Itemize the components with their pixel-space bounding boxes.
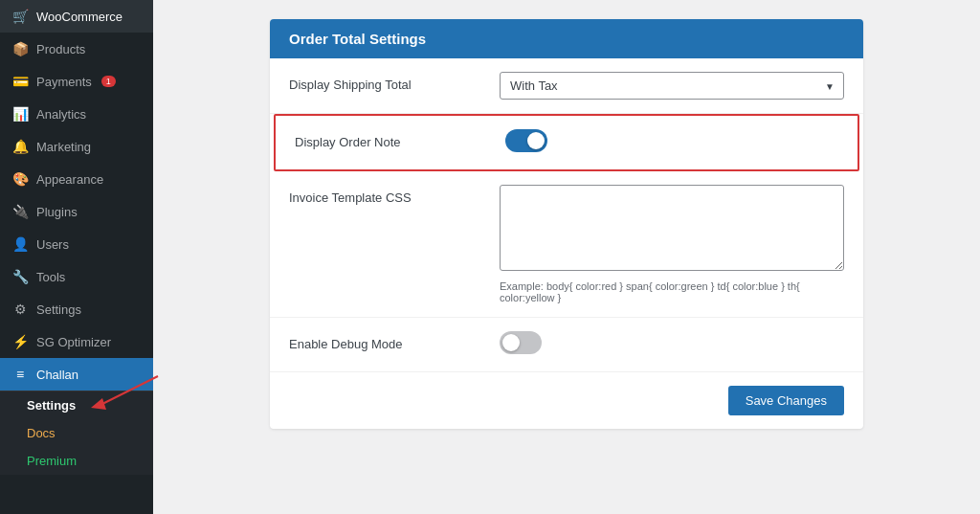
sidebar-item-tools[interactable]: 🔧 Tools — [0, 260, 153, 293]
save-changes-button[interactable]: Save Changes — [728, 386, 844, 415]
shipping-total-row: Display Shipping Total With Tax Without … — [270, 58, 863, 114]
sidebar-item-challan[interactable]: ≡ Challan — [0, 358, 153, 391]
tools-icon: 🔧 — [11, 268, 29, 285]
sidebar-item-appearance[interactable]: 🎨 Appearance — [0, 163, 153, 195]
sidebar: 🛒 WooCommerce 📦 Products 💳 Payments 1 📊 … — [0, 0, 153, 514]
invoice-css-control: Example: body{ color:red } span{ color:g… — [500, 185, 844, 303]
sidebar-label-appearance: Appearance — [36, 172, 103, 187]
sidebar-item-plugins[interactable]: 🔌 Plugins — [0, 195, 153, 228]
panel-body: Display Shipping Total With Tax Without … — [270, 58, 863, 429]
appearance-icon: 🎨 — [11, 170, 29, 188]
challan-docs-label: Docs — [27, 426, 56, 440]
challan-premium-item[interactable]: Premium — [0, 447, 153, 475]
panel-title: Order Total Settings — [289, 31, 426, 47]
debug-mode-control — [500, 331, 844, 358]
shipping-total-control: With Tax Without Tax Both — [500, 72, 844, 100]
save-btn-row: Save Changes — [270, 372, 863, 429]
challan-icon: ≡ — [11, 366, 29, 383]
debug-mode-row: Enable Debug Mode — [270, 318, 863, 372]
sidebar-label-payments: Payments — [36, 75, 92, 89]
main-content: Order Total Settings Display Shipping To… — [153, 0, 980, 514]
invoice-css-example: Example: body{ color:red } span{ color:g… — [500, 280, 844, 303]
sidebar-label-users: Users — [36, 237, 69, 252]
challan-settings-label: Settings — [27, 398, 76, 413]
analytics-icon: 📊 — [11, 105, 29, 123]
sidebar-label-tools: Tools — [36, 270, 65, 284]
order-note-toggle[interactable] — [505, 129, 547, 152]
sidebar-item-sg-optimizer[interactable]: ⚡ SG Optimizer — [0, 325, 153, 358]
shipping-total-select[interactable]: With Tax Without Tax Both — [500, 72, 844, 100]
challan-docs-item[interactable]: Docs — [0, 419, 153, 447]
sidebar-item-analytics[interactable]: 📊 Analytics — [0, 98, 153, 130]
users-icon: 👤 — [11, 235, 29, 253]
sidebar-label-marketing: Marketing — [36, 140, 91, 154]
order-note-control — [505, 129, 838, 156]
sidebar-label-woocommerce: WooCommerce — [36, 10, 122, 24]
order-note-label: Display Order Note — [295, 129, 505, 149]
sidebar-item-settings[interactable]: ⚙ Settings — [0, 293, 153, 325]
sidebar-item-woocommerce[interactable]: 🛒 WooCommerce — [0, 0, 153, 33]
sidebar-item-payments[interactable]: 💳 Payments 1 — [0, 65, 153, 98]
sg-optimizer-icon: ⚡ — [11, 333, 29, 350]
sidebar-item-users[interactable]: 👤 Users — [0, 228, 153, 260]
challan-settings-arrow — [153, 371, 167, 413]
sidebar-item-marketing[interactable]: 🔔 Marketing — [0, 130, 153, 163]
sidebar-label-sg-optimizer: SG Optimizer — [36, 335, 111, 349]
invoice-css-row: Invoice Template CSS Example: body{ colo… — [270, 171, 863, 318]
svg-line-0 — [153, 376, 158, 405]
invoice-css-textarea[interactable] — [500, 185, 844, 271]
debug-mode-label: Enable Debug Mode — [289, 331, 500, 351]
marketing-icon: 🔔 — [11, 138, 29, 155]
woocommerce-icon: 🛒 — [11, 8, 29, 25]
sidebar-label-analytics: Analytics — [36, 107, 86, 122]
sidebar-label-challan: Challan — [36, 368, 78, 382]
challan-settings-item[interactable]: Settings — [0, 391, 153, 419]
challan-submenu: Settings Docs Premium — [0, 391, 153, 475]
sidebar-label-plugins: Plugins — [36, 205, 78, 219]
challan-premium-label: Premium — [27, 454, 77, 468]
order-note-row: Display Order Note — [274, 114, 859, 171]
payments-badge: 1 — [101, 76, 116, 87]
sidebar-label-settings: Settings — [36, 302, 81, 317]
sidebar-item-products[interactable]: 📦 Products — [0, 33, 153, 65]
shipping-total-label: Display Shipping Total — [289, 72, 500, 92]
settings-icon: ⚙ — [11, 301, 29, 318]
settings-panel: Order Total Settings Display Shipping To… — [270, 19, 863, 429]
debug-mode-toggle[interactable] — [500, 331, 542, 354]
plugins-icon: 🔌 — [11, 203, 29, 220]
shipping-total-select-wrapper: With Tax Without Tax Both — [500, 72, 844, 100]
invoice-css-label: Invoice Template CSS — [289, 185, 500, 205]
sidebar-label-products: Products — [36, 42, 85, 56]
products-icon: 📦 — [11, 40, 29, 57]
payments-icon: 💳 — [11, 73, 29, 90]
panel-header: Order Total Settings — [270, 19, 863, 58]
